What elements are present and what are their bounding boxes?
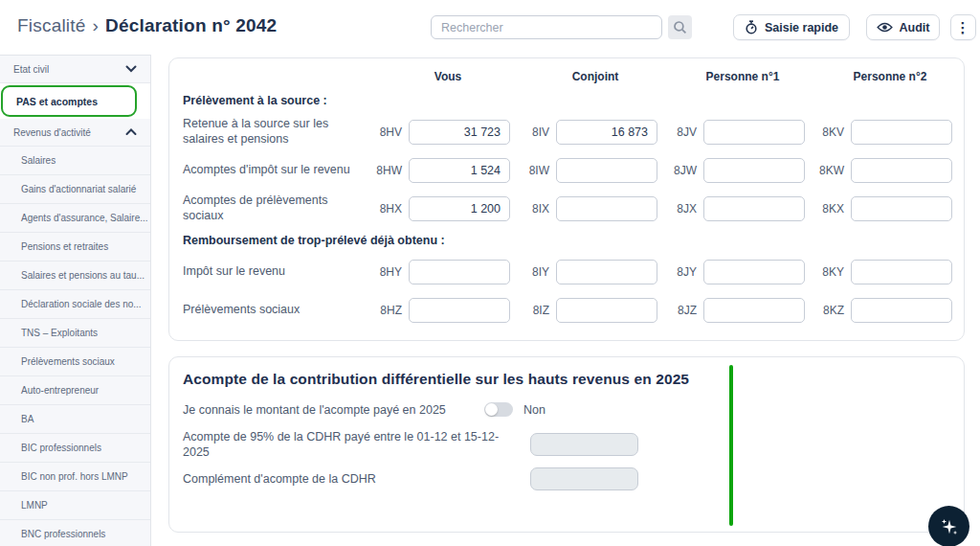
- sidebar-item-salaires[interactable]: Salaires: [0, 147, 150, 175]
- sidebar-item-label: TNS – Exploitants: [21, 328, 98, 338]
- search-icon: [673, 20, 687, 34]
- row-label: Acomptes d'impôt sur le revenu: [183, 163, 374, 178]
- sparkles-icon: [939, 516, 960, 537]
- amount-input-8JZ[interactable]: [703, 298, 805, 323]
- more-options-button[interactable]: ⋮: [950, 14, 976, 40]
- field-code: 8IZ: [522, 304, 556, 317]
- cdhr-toggle-label: Je connais le montant de l'acompte payé …: [183, 403, 484, 417]
- amount-input-8KV[interactable]: [851, 120, 952, 145]
- field-code: 8JZ: [669, 304, 703, 317]
- sidebar-item-label: Salaires et pensions au tau...: [21, 270, 145, 281]
- eye-icon: [877, 21, 893, 34]
- sidebar-item-declaration-sociale[interactable]: Déclaration sociale des no...: [0, 290, 150, 319]
- amount-input-8KX[interactable]: [851, 196, 952, 221]
- cdhr-acompte-input: [530, 433, 638, 456]
- amount-input-8JY[interactable]: [703, 260, 805, 284]
- cdhr-acompte-label: Acompte de 95% de la CDHR payé entre le …: [183, 429, 508, 461]
- amount-input-8HV[interactable]: [409, 120, 510, 145]
- amount-input-8IV[interactable]: [556, 120, 657, 145]
- sidebar-item-label: BIC professionnels: [21, 443, 101, 453]
- search-button[interactable]: [668, 15, 692, 39]
- row-label: Acomptes de prélèvements sociaux: [183, 193, 374, 223]
- amount-input-8IX[interactable]: [556, 196, 657, 221]
- amount-input-8JW[interactable]: [703, 158, 805, 183]
- field-code: 8HW: [374, 164, 409, 177]
- search-input[interactable]: [431, 15, 662, 39]
- saisie-rapide-button[interactable]: Saisie rapide: [733, 14, 850, 40]
- sidebar-item-auto-entrepreneur[interactable]: Auto-entrepreneur: [0, 376, 150, 405]
- column-header-vous: Vous: [374, 70, 522, 83]
- sidebar-item-label: Agents d'assurance, Salaire...: [21, 213, 148, 223]
- sidebar-item-label: Salaires: [21, 155, 56, 166]
- amount-input-8KW[interactable]: [851, 158, 952, 183]
- audit-button[interactable]: Audit: [866, 14, 940, 40]
- sidebar-item-label: Auto-entrepreneur: [21, 385, 99, 396]
- sidebar-item-agents-assurance[interactable]: Agents d'assurance, Salaire...: [0, 204, 150, 233]
- sidebar-item-gains-actionnariat[interactable]: Gains d'actionnariat salarié: [0, 175, 150, 204]
- sidebar-item-label: Revenus d'activité: [13, 127, 91, 138]
- field-code: 8JV: [669, 125, 703, 139]
- section-title-prelevement-source: Prélèvement à la source :: [169, 88, 964, 113]
- amount-input-8KY[interactable]: [851, 260, 952, 284]
- field-code: 8HZ: [374, 304, 409, 317]
- amount-input-8KZ[interactable]: [851, 298, 952, 323]
- cdhr-panel-title: Acompte de la contribution différentiell…: [183, 371, 964, 388]
- chevron-up-icon: [125, 128, 137, 136]
- table-row: Impôt sur le revenu 8HY 8IY 8JY 8KY: [169, 253, 964, 291]
- sidebar-item-pensions-retraites[interactable]: Pensions et retraites: [0, 233, 150, 262]
- cdhr-toggle-row: Je connais le montant de l'acompte payé …: [183, 402, 964, 417]
- field-code: 8JX: [669, 202, 703, 216]
- sidebar-item-label: BNC professionnels: [21, 529, 105, 539]
- sidebar-item-bnc-professionnels[interactable]: BNC professionnels: [0, 520, 150, 546]
- sidebar-item-ba[interactable]: BA: [0, 405, 150, 434]
- sidebar-item-lmnp[interactable]: LMNP: [0, 491, 150, 520]
- field-code: 8IX: [522, 202, 556, 216]
- amount-input-8HW[interactable]: [409, 158, 510, 183]
- table-row: Acomptes d'impôt sur le revenu 8HW 8IW 8…: [169, 151, 964, 190]
- amount-input-8JV[interactable]: [703, 120, 805, 145]
- field-code: 8HY: [374, 265, 409, 279]
- sidebar-item-revenus-activite[interactable]: Revenus d'activité: [0, 119, 150, 147]
- sidebar-item-label: Pensions et retraites: [21, 241, 108, 252]
- sidebar-item-label: LMNP: [21, 500, 48, 511]
- sidebar-item-etat-civil[interactable]: Etat civil: [0, 56, 150, 83]
- pas-acomptes-panel: Vous Conjoint Personne n°1 Personne n°2 …: [168, 57, 965, 341]
- field-code: 8HV: [374, 125, 409, 139]
- row-label: Prélèvements sociaux: [183, 303, 374, 318]
- sidebar-item-prelevements-sociaux[interactable]: Prélèvements sociaux: [0, 348, 150, 376]
- breadcrumb: Fiscalité›Déclaration n° 2042: [17, 15, 277, 36]
- section-title-remboursement: Remboursement de trop-prélevé déjà obten…: [169, 228, 964, 253]
- amount-input-8IY[interactable]: [556, 260, 657, 284]
- amount-input-8HX[interactable]: [409, 196, 510, 221]
- cdhr-toggle-switch[interactable]: [484, 402, 513, 417]
- amount-input-8JX[interactable]: [703, 196, 805, 221]
- amount-input-8IW[interactable]: [556, 158, 657, 183]
- amount-input-8HZ[interactable]: [409, 298, 510, 323]
- column-header-personne2: Personne n°2: [816, 70, 964, 83]
- sidebar-item-bic-professionnels[interactable]: BIC professionnels: [0, 434, 150, 463]
- sidebar-item-label: Prélèvements sociaux: [21, 356, 115, 367]
- sidebar-item-pas-et-acomptes[interactable]: PAS et acomptes: [1, 85, 137, 117]
- breadcrumb-root[interactable]: Fiscalité: [17, 15, 85, 35]
- assistant-fab-button[interactable]: [928, 506, 969, 546]
- field-code: 8KW: [816, 164, 851, 177]
- table-row: Prélèvements sociaux 8HZ 8IZ 8JZ 8KZ: [169, 291, 964, 330]
- sidebar-item-tns-exploitants[interactable]: TNS – Exploitants: [0, 319, 150, 348]
- sidebar-item-label: PAS et acomptes: [16, 96, 98, 107]
- field-code: 8IY: [522, 265, 556, 279]
- amount-input-8IZ[interactable]: [556, 298, 657, 323]
- cdhr-panel: Acompte de la contribution différentiell…: [168, 356, 965, 533]
- sidebar-item-salaires-pensions-taux[interactable]: Salaires et pensions au tau...: [0, 262, 150, 290]
- column-header-conjoint: Conjoint: [522, 70, 669, 83]
- toggle-state-label: Non: [523, 403, 546, 417]
- field-code: 8IV: [522, 125, 556, 139]
- chevron-down-icon: [125, 65, 137, 73]
- highlight-green-bar: [729, 365, 733, 526]
- field-code: 8IW: [522, 164, 556, 177]
- sidebar-item-label: Etat civil: [13, 64, 49, 75]
- breadcrumb-separator: ›: [92, 15, 99, 35]
- sidebar-item-bic-non-prof[interactable]: BIC non prof. hors LMNP: [0, 463, 150, 491]
- amount-input-8HY[interactable]: [409, 260, 510, 284]
- cdhr-complement-input: [530, 467, 638, 490]
- row-label: Impôt sur le revenu: [183, 264, 374, 280]
